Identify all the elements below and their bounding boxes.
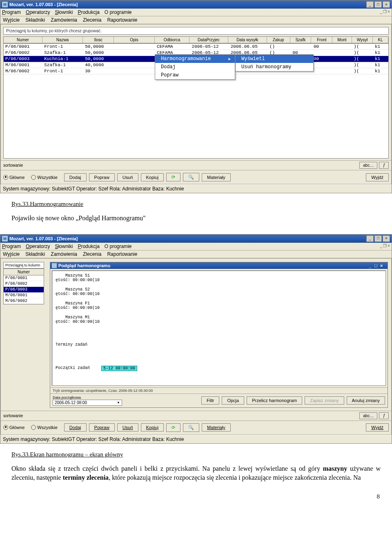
btn-zapisz[interactable]: Zapisz zmiany (305, 396, 344, 405)
context-menu-item[interactable]: Popraw (155, 71, 235, 79)
context-menu-item[interactable]: Wyświetl (236, 55, 313, 63)
maximize-button[interactable]: □ (374, 235, 382, 242)
col-header[interactable]: Opis (114, 37, 155, 43)
abc-button[interactable]: abc… (359, 412, 377, 419)
radio-glowne[interactable]: Główne (3, 175, 24, 180)
radio-wszystkie[interactable]: Wszystkie (31, 175, 58, 180)
submenu-zamowienia[interactable]: Zamówienia (51, 17, 77, 23)
btn-przelicz[interactable]: Przelicz harmonogram (247, 396, 302, 405)
refresh-icon[interactable]: ⟳ (166, 423, 180, 432)
menu-program[interactable]: Program (2, 244, 21, 249)
mdi-close-icon[interactable]: × (388, 244, 390, 249)
inner-maximize-button[interactable]: □ (374, 263, 380, 268)
func-button[interactable]: ƒ (379, 412, 389, 419)
col-header[interactable]: Mont (332, 37, 352, 43)
col-header[interactable]: Szafk (290, 37, 312, 43)
menu-produkcja[interactable]: Produkcja (78, 9, 99, 15)
maximize-button[interactable]: □ (374, 1, 382, 8)
machine-detail: ętość: 00:00:00(10 (56, 320, 100, 324)
group-hint[interactable]: Przeciągnij tu kolumny, po których chces… (3, 27, 389, 35)
close-button[interactable]: × (383, 235, 390, 242)
submenu-wyjscie[interactable]: Wyjście (3, 17, 20, 23)
menu-o-programie[interactable]: O programie (105, 244, 132, 249)
col-header[interactable]: Nazwa (42, 37, 83, 43)
context-menu-item[interactable]: Harmonogramowanie▶ (155, 55, 235, 63)
btn-dodaj[interactable]: Dodaj (64, 173, 87, 181)
btn-opcja[interactable]: Opcja (222, 396, 244, 405)
func-button[interactable]: ƒ (379, 162, 389, 169)
btn-popraw[interactable]: Popraw (89, 173, 115, 181)
context-menu-item[interactable]: Usuń harmonogramy (236, 63, 313, 71)
col-header[interactable]: Wysył (352, 37, 373, 43)
date-start-dropdown[interactable]: 2006-05-12 08:00▼ (53, 400, 122, 406)
group-hint-2[interactable]: Przeciągnij tu kolumn (3, 262, 44, 268)
menu-program[interactable]: Program (2, 9, 21, 15)
col-header[interactable]: Data wysyłk (228, 37, 267, 43)
menu-slowniki[interactable]: Słowniki (55, 9, 73, 15)
radio-wszystkie[interactable]: Wszystkie (31, 425, 58, 430)
refresh-icon[interactable]: ⟳ (166, 173, 180, 181)
menu-bar-sub-2: Wyjście Składniki Zamówienia Zlecenia Ra… (0, 250, 392, 258)
preview-icon[interactable]: 🔍 (183, 173, 199, 181)
btn-kopiuj[interactable]: Kopiuj (141, 423, 164, 432)
btn-anuluj[interactable]: Anuluj zmiany (347, 396, 385, 405)
minimize-button[interactable]: _ (366, 1, 374, 8)
list-item[interactable]: P/06/0002 (4, 281, 44, 287)
menu-slowniki[interactable]: Słowniki (55, 244, 73, 249)
btn-usun[interactable]: Usuń (117, 423, 138, 432)
preview-icon[interactable]: 🔍 (183, 423, 199, 432)
col-header[interactable]: DataPrzyjec (189, 37, 228, 43)
submenu-wyjscie[interactable]: Wyjście (3, 251, 20, 257)
btn-wyjdz[interactable]: Wyjdź (366, 423, 389, 432)
btn-kopiuj[interactable]: Kopiuj (141, 173, 164, 181)
radio-glowne[interactable]: Główne (3, 425, 24, 430)
submenu-zlecenia[interactable]: Zlecenia (83, 251, 101, 257)
abc-button[interactable]: abc… (359, 162, 377, 169)
col-header[interactable]: KL (373, 37, 388, 43)
submenu-raportowanie[interactable]: Raportowanie (107, 251, 137, 257)
menu-operatorzy[interactable]: Operatorzy (26, 9, 50, 15)
btn-materialy[interactable]: Materiały (202, 173, 231, 181)
menu-operatorzy[interactable]: Operatorzy (26, 244, 50, 249)
btn-dodaj[interactable]: Dodaj (64, 423, 87, 432)
submenu-zamowienia[interactable]: Zamówienia (51, 251, 77, 257)
inner-close-button[interactable]: × (380, 263, 386, 268)
btn-wyjdz[interactable]: Wyjdź (366, 173, 389, 181)
table-cell: )( (352, 63, 373, 67)
submenu-zlecenia[interactable]: Zlecenia (83, 17, 101, 23)
submenu-skladniki[interactable]: Składniki (25, 17, 45, 23)
minimize-button[interactable]: _ (366, 235, 374, 242)
table-cell: k1 (373, 56, 388, 61)
inner-minimize-button[interactable]: _ (369, 263, 374, 268)
list-item[interactable]: M/06/0002 (4, 298, 44, 304)
grid-body[interactable]: P/06/0001Front-150,0000CEFAMA2006-05-122… (3, 44, 389, 159)
mdi-restore-icon[interactable]: ❐ (383, 244, 387, 249)
submenu-raportowanie[interactable]: Raportowanie (107, 17, 137, 23)
list-item[interactable]: P/06/0003 (4, 287, 44, 293)
col-header[interactable]: Odbiorca (155, 37, 189, 43)
mdi-minimize-icon[interactable]: _ (380, 9, 383, 15)
btn-materialy[interactable]: Materiały (202, 423, 231, 432)
btn-usun[interactable]: Usuń (117, 173, 138, 181)
gantt-canvas[interactable]: 5-12 00:00:00 Maszyna S1ętość: 00:00:00(… (52, 271, 386, 386)
col-header[interactable]: Ilosc (83, 37, 114, 43)
menu-o-programie[interactable]: O programie (105, 9, 132, 15)
btn-filtr[interactable]: Filtr (201, 396, 219, 405)
task-start-marker[interactable]: 5-12 00:00:00 (101, 366, 137, 371)
mdi-close-icon[interactable]: × (388, 9, 390, 15)
col-header[interactable]: Zakup (267, 37, 290, 43)
mdi-minimize-icon[interactable]: _ (380, 244, 383, 249)
list-item[interactable]: P/06/0001 (4, 275, 44, 281)
mdi-restore-icon[interactable]: ❐ (383, 9, 387, 15)
col-header[interactable]: Numer (4, 37, 42, 43)
context-menu-item[interactable]: Dodaj (155, 63, 235, 71)
list-item[interactable]: M/06/0001 (4, 293, 44, 298)
col-header[interactable]: Front (311, 37, 332, 43)
submenu-skladniki[interactable]: Składniki (25, 251, 45, 257)
paragraph-2: Okno składa się z trzech części dwóch pa… (11, 464, 381, 482)
app-icon: M (2, 2, 8, 7)
menu-produkcja[interactable]: Produkcja (78, 244, 99, 249)
close-button[interactable]: × (383, 1, 390, 8)
table-row[interactable]: P/06/0001Front-150,0000CEFAMA2006-05-122… (4, 44, 388, 50)
btn-popraw[interactable]: Popraw (89, 423, 115, 432)
